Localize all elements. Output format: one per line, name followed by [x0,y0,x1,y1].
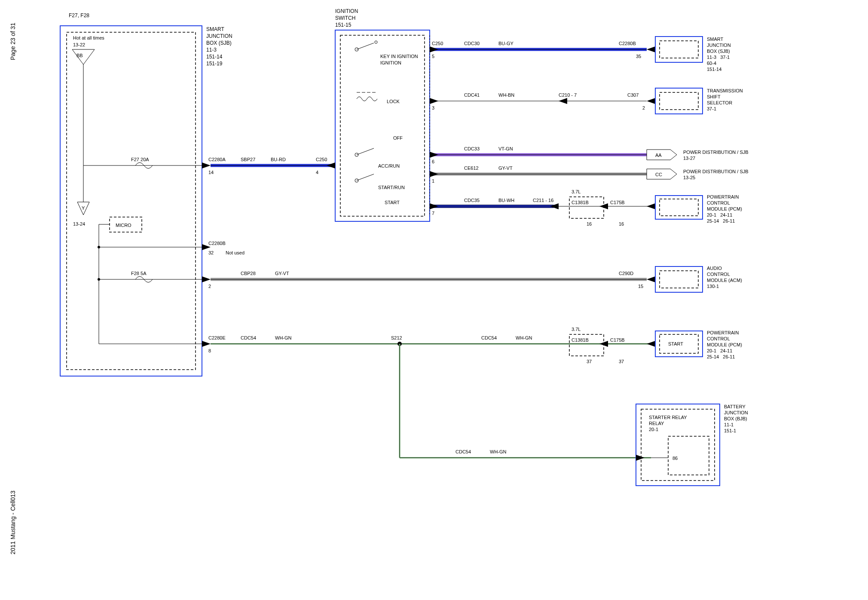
cdc41: CDC41 [464,92,480,98]
svg-point-10 [375,41,377,43]
c2280b-l-pin: 32 [208,250,214,255]
svg-text:BU-WH: BU-WH [498,198,514,203]
tss-n2: SHIFT [707,94,721,99]
svg-marker-26 [647,98,655,104]
c2280b-r: C2280B [619,41,636,46]
svg-text:8: 8 [208,348,211,353]
svg-rect-20 [660,41,698,58]
acm-n1: AUDIO [707,266,722,271]
f28-label: F28 5A [131,271,147,276]
svg-marker-63 [647,203,655,209]
wiring-diagram: 2011 Mustang - Cell013 Page 23 of 31 F27… [0,0,868,600]
svg-marker-18 [430,46,438,52]
pin3: 3 [432,105,434,110]
svg-marker-92 [599,341,608,347]
svg-marker-67 [202,276,211,282]
c2280a-pin: 14 [208,170,214,175]
bugy: BU-GY [498,41,514,46]
svg-text:STARTER RELAY: STARTER RELAY [649,415,687,420]
acm-n3: MODULE (ACM) [707,278,742,283]
bjb-n3: BOX (BJB) [724,416,747,421]
svg-rect-28 [660,92,698,110]
svg-marker-54 [550,203,559,209]
svg-text:C1381B: C1381B [572,200,589,205]
svg-text:VT-GN: VT-GN [498,146,513,151]
page-footer-left: 2011 Mustang - Cell013 [9,490,16,554]
page-number: Page 23 of 31 [9,23,16,60]
bjb-n2: JUNCTION [724,410,748,415]
c2280a: C2280A [208,157,226,162]
bjb-n1: BATTERY [724,404,746,409]
svg-text:S212: S212 [391,335,402,340]
svg-text:130-1: 130-1 [707,284,719,289]
svg-rect-75 [660,271,698,288]
pcm1-n3: MODULE (PCM) [707,206,742,211]
sjb-r-n2: JUNCTION [707,43,731,48]
sjb-left-ref1: 151-14 [206,54,223,60]
svg-text:20-1   24-11: 20-1 24-11 [707,348,732,353]
svg-text:C2280E: C2280E [208,335,226,340]
svg-text:C175B: C175B [610,337,625,343]
c250r-pin: 5 [432,54,434,59]
pcm2-n3: MODULE (PCM) [707,342,742,347]
sbp27: SBP27 [241,157,255,162]
svg-text:11-1: 11-1 [724,422,734,427]
y-label: Y [82,205,85,211]
f27-label: F27 20A [131,157,149,162]
svg-text:CDC54: CDC54 [481,335,497,340]
svg-text:3.7L: 3.7L [572,327,581,332]
svg-text:2: 2 [208,284,211,289]
svg-text:25-14   26-11: 25-14 26-11 [707,218,735,223]
tss-n1: TRANSMISSION [707,88,743,93]
svg-line-11 [357,148,374,155]
bb-label: BB [76,53,83,58]
svg-text:151-14: 151-14 [707,67,721,72]
ign-off: OFF [393,135,403,141]
svg-text:C175B: C175B [610,200,625,205]
c250l: C250 [316,157,327,162]
svg-text:C210 - 7: C210 - 7 [559,92,577,98]
tss-box [655,88,703,114]
svg-text:37-1: 37-1 [707,106,716,111]
svg-marker-93 [647,341,655,347]
pcm2-n2: CONTROL [707,336,730,341]
not-used: Not used [226,250,245,255]
svg-text:CDC33: CDC33 [464,146,480,151]
sjb-left-box [60,26,202,376]
svg-text:3.7L: 3.7L [572,189,581,194]
c307-pin: 2 [642,105,645,110]
svg-text:C211 - 16: C211 - 16 [533,198,553,203]
ign-lock: LOCK [387,99,400,104]
sjb-r-n1: SMART [707,37,724,42]
pcm2-n1: POWERTRAIN [707,330,739,335]
ign-ref: 151-15 [335,22,351,28]
svg-text:CE612: CE612 [464,165,479,171]
svg-text:GY-VT: GY-VT [275,271,289,276]
bb-triangle [72,49,95,64]
svg-text:16: 16 [587,221,592,227]
svg-marker-74 [647,276,655,282]
sjb-r-box [655,37,703,62]
svg-text:20-1   24-11: 20-1 24-11 [707,212,732,217]
svg-text:20-1: 20-1 [649,427,658,432]
svg-text:7: 7 [432,211,434,216]
ign-start: START [385,200,400,205]
ign-name2: SWITCH [335,15,355,21]
sjb-r-n3: BOX (SJB) [707,49,730,54]
page-title: F27, F28 [69,12,89,18]
arrow-c2280a [202,162,211,168]
svg-point-7 [98,278,100,281]
svg-text:CDC54: CDC54 [241,335,256,340]
svg-marker-77 [202,341,211,347]
svg-text:15: 15 [638,284,643,289]
svg-text:60-4: 60-4 [707,61,716,66]
c307: C307 [627,92,639,98]
pcm1-n1: POWERTRAIN [707,194,739,199]
svg-text:WH-GN: WH-GN [275,335,292,340]
svg-text:POWER DISTRIBUTION / SJB: POWER DISTRIBUTION / SJB [683,169,749,174]
svg-marker-19 [647,46,655,52]
micro-label: MICRO [116,223,131,228]
sjb-left-name2: JUNCTION [206,33,232,39]
svg-marker-39 [430,171,438,177]
svg-text:CBP28: CBP28 [241,271,256,276]
